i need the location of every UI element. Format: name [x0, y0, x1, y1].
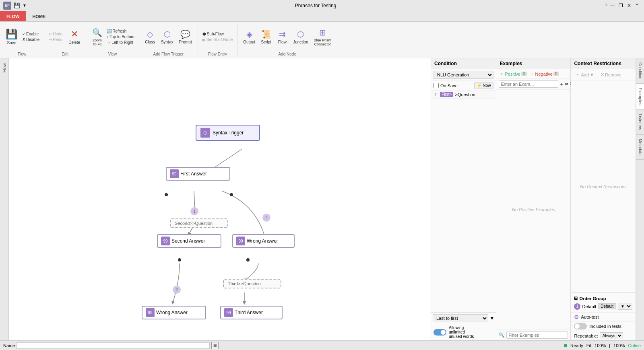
connection-dot-2 — [230, 193, 233, 196]
output-button[interactable]: ◈ Output — [241, 28, 258, 46]
add-restriction-button[interactable]: ＋ Add ▼ — [574, 71, 595, 78]
trigger-node-icon: ⬡ — [200, 128, 210, 138]
first-answer-node[interactable]: 99 First Answer — [166, 167, 230, 181]
disable-button[interactable]: ✗ Disable — [21, 37, 41, 42]
window-title: Phrases for Testing — [295, 3, 336, 8]
save-button[interactable]: 💾 Save — [3, 27, 20, 47]
quick-dropdown-button[interactable]: ▼ — [23, 3, 27, 8]
script-button[interactable]: 📜 Script — [258, 28, 274, 46]
name-input[interactable] — [17, 342, 210, 349]
third-question-label: Third>>Question — [228, 281, 261, 286]
on-save-checkbox[interactable] — [433, 83, 439, 88]
class-button[interactable]: ◇ Class — [142, 28, 158, 46]
help-icon: ? — [605, 3, 607, 8]
condition-item-1: 1 First> >Question — [431, 91, 496, 99]
output-icon: ◈ — [246, 29, 252, 39]
wrong-answer-1-icon: 99 — [236, 237, 245, 245]
last-to-first-select[interactable]: Last to first — [433, 314, 488, 322]
zoom1-label: 100% — [594, 343, 606, 348]
order-dropdown-select[interactable]: ▼ — [618, 303, 632, 310]
tab-home[interactable]: HOME — [26, 11, 52, 21]
minimize-button[interactable]: — — [608, 3, 616, 8]
redo-label: Redo — [53, 37, 62, 42]
second-answer-node[interactable]: 99 Second Answer — [157, 234, 221, 248]
set-start-label: Set Start Node — [206, 37, 233, 42]
edit-example-button[interactable]: ✏ — [565, 80, 569, 88]
collapse-button[interactable]: ⌃ — [634, 3, 641, 8]
tab-flow[interactable]: FLOW — [0, 11, 26, 21]
statusbar: Name ⊞ Ready Fit 100% | 100% Online — [0, 340, 644, 350]
repeatable-select[interactable]: Always — [600, 332, 623, 339]
edit-group-label: Edit — [62, 50, 68, 56]
junction-button[interactable]: ⬡ Junction — [291, 28, 310, 46]
order-group-row: 1 Default Default ▼ — [574, 302, 632, 311]
now-button[interactable]: ⚡ Now — [474, 82, 494, 89]
nlu-generation-select[interactable]: NLU Generation — [433, 71, 493, 79]
trigger-group-buttons: ◇ Class ⬡ Syntax 💬 Prompt — [142, 23, 194, 50]
wrong-answer-1-node[interactable]: 99 Wrong Answer — [232, 234, 295, 248]
remove-restriction-button[interactable]: ✕ Remove — [599, 71, 623, 78]
add-example-button[interactable]: ＋ — [559, 80, 564, 88]
flow-group-buttons: 💾 Save ✓ Enable ✗ Disable — [3, 23, 41, 50]
undo-icon: ↩ — [49, 32, 52, 36]
zoom-to-fit-button[interactable]: 🔍 ZoomTo Fit — [89, 26, 105, 48]
tab-condition[interactable]: Condition — [636, 58, 644, 84]
condition-panel: Condition NLU Generation On Save ⚡ Now 1… — [431, 58, 496, 340]
filter-examples-input[interactable] — [506, 331, 568, 339]
sidebar-tab-flow[interactable]: Flow — [0, 58, 8, 77]
trigger-node-label: Syntax Trigger — [213, 130, 244, 136]
flow-node-button[interactable]: ⇉ Flow — [275, 28, 290, 46]
redo-icon: ↪ — [49, 37, 52, 42]
undo-label: Undo — [53, 32, 62, 36]
badge-1-left: 1 — [190, 207, 198, 215]
syntax-trigger-node[interactable]: ⬡ Syntax Trigger — [196, 125, 260, 141]
close-button[interactable]: ✕ — [625, 3, 633, 8]
add-node-group-buttons: ◈ Output 📜 Script ⇉ Flow ⬡ Junction ⊞ — [241, 23, 334, 50]
enable-button[interactable]: ✓ Enable — [21, 31, 41, 37]
undo-button[interactable]: ↩ Undo — [47, 31, 64, 37]
third-question-node[interactable]: Third>>Question — [223, 279, 281, 288]
tab-listeners[interactable]: Listeners — [636, 110, 644, 135]
order-name: Default — [582, 304, 596, 309]
tab-metadata[interactable]: Metadata — [636, 135, 644, 160]
name-action-button[interactable]: ⊞ — [211, 342, 219, 349]
add-arrow: ▼ — [590, 72, 594, 77]
refresh-button[interactable]: 🔄 Refresh — [105, 29, 136, 34]
sub-flow-button[interactable]: ⬢ Sub-Flow — [201, 31, 234, 37]
allowing-toggle[interactable] — [433, 329, 446, 336]
now-label: Now — [483, 83, 491, 88]
left-to-right-button[interactable]: ↔ Left to Right — [105, 40, 136, 45]
redo-button[interactable]: ↪ Redo — [47, 37, 64, 42]
ribbon-group-view: 🔍 ZoomTo Fit 🔄 Refresh ↕ Top to Bottom ↔… — [86, 23, 139, 56]
syntax-button[interactable]: ⬡ Syntax — [159, 28, 176, 46]
add-remove-row: ＋ Add ▼ ✕ Remove — [571, 69, 636, 80]
order-dropdown: ▼ — [618, 303, 632, 310]
third-answer-node[interactable]: 99 Third Answer — [220, 306, 283, 319]
bottom-dropdown-row: Last to first ▼ — [431, 312, 496, 324]
second-question-node[interactable]: Second>>Question — [170, 218, 228, 228]
allowing-label: Allowing unlimited unused words — [449, 325, 474, 339]
blue-prism-button[interactable]: ⊞ Blue PrismConnector — [312, 26, 334, 48]
example-input[interactable] — [499, 80, 558, 88]
included-toggle[interactable] — [574, 323, 587, 329]
repeatable-label: Repeatable: — [574, 334, 598, 338]
examples-panel: Examples ＋ Positive 0 － Negative 0 ＋ ✏ ✕ — [496, 58, 571, 340]
restore-button[interactable]: ❐ — [617, 3, 625, 8]
condition-content-area — [431, 99, 496, 312]
no-context-message: No Context Restrictions — [571, 80, 636, 292]
now-icon: ⚡ — [477, 83, 482, 88]
quick-save-button[interactable]: 💾 — [14, 2, 20, 8]
delete-button[interactable]: ✕ Delete — [66, 27, 83, 46]
ribbon-group-flow-entry: ⬢ Sub-Flow ▶ Set Start Node Flow Entry — [198, 23, 238, 56]
top-to-bottom-button[interactable]: ↕ Top to Bottom — [105, 34, 136, 39]
wrong-answer-2-node[interactable]: 99 Wrong Answer — [142, 306, 206, 319]
ribbon: FLOW HOME 💾 Save ✓ Enable ✗ — [0, 11, 644, 58]
blue-prism-label: Blue PrismConnector — [314, 38, 332, 46]
ribbon-group-flow: 💾 Save ✓ Enable ✗ Disable Flow — [0, 23, 44, 56]
tab-examples[interactable]: Examples — [636, 84, 644, 110]
positive-badge: ＋ Positive 0 — [500, 71, 526, 77]
flow-canvas[interactable]: ⬡ Syntax Trigger 99 First Answer 1 2 Sec… — [9, 58, 431, 340]
positive-count: 0 — [521, 72, 527, 76]
prompt-button[interactable]: 💬 Prompt — [176, 28, 194, 46]
set-start-node-button[interactable]: ▶ Set Start Node — [201, 37, 234, 42]
